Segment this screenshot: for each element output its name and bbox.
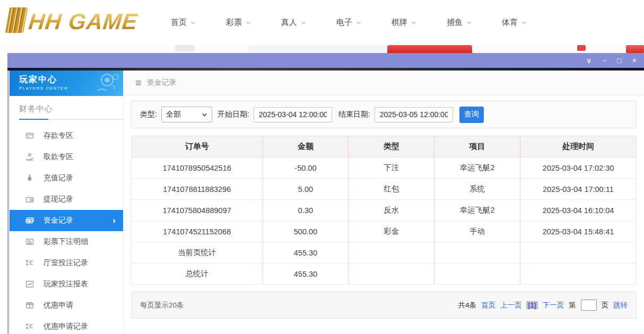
sidebar-item-recharge-records[interactable]: 充值记录	[10, 168, 123, 189]
sidebar-item-label: 充值记录	[43, 173, 73, 183]
jump-suffix-label: 页	[602, 301, 609, 310]
nav-item-label: 棋牌	[391, 17, 407, 28]
table-cell: 2025-03-04 15:48:41	[520, 221, 637, 242]
table-cell: 1741074521152068	[132, 221, 263, 242]
background-banner-strip	[0, 45, 644, 53]
table-cell: 手动	[434, 221, 520, 242]
sidebar-item-funds-records[interactable]: 资金记录›	[10, 210, 123, 231]
nav-item-slots[interactable]: 电子	[336, 17, 362, 28]
chevron-down-icon	[521, 20, 527, 26]
banner-fragment	[577, 45, 586, 51]
maximize-icon[interactable]: □	[617, 57, 621, 64]
sidebar-section-label: 财务中心	[19, 104, 123, 114]
withdraw-hand-icon	[25, 153, 34, 161]
banner-fragment	[387, 45, 472, 53]
breadcrumb: ≡ 资金记录	[124, 71, 644, 95]
table-cell: 1741078950542516	[132, 157, 263, 179]
site-logo[interactable]: HH GAME	[7, 7, 137, 33]
nav-item-label: 体育	[502, 17, 518, 28]
table-body: 1741078950542516-50.00下注幸运飞艇22025-03-04 …	[132, 157, 637, 285]
nav-item-label: 彩票	[226, 17, 242, 28]
table-cell: 455.30	[263, 263, 349, 285]
table-row: 当前页统计455.30	[132, 242, 637, 263]
report-chart-icon	[25, 280, 34, 288]
sidebar-item-label: 厅室投注记录	[43, 258, 88, 268]
table-cell: 2025-03-04 17:00:11	[520, 179, 637, 200]
type-select[interactable]: 全部	[161, 107, 212, 122]
table-cell: 下注	[349, 157, 434, 179]
banner-fragment	[175, 45, 194, 51]
search-button[interactable]: 查询	[459, 107, 484, 123]
column-header: 订单号	[132, 136, 263, 157]
close-icon[interactable]: ×	[632, 57, 637, 64]
nav-item-chess[interactable]: 棋牌	[391, 17, 417, 28]
pagination-bar: 每页显示20条 共4条 首页 上一页 [1] 下一页 第 页 跳转	[131, 292, 637, 319]
bank-card-icon	[25, 131, 34, 140]
doc-list-icon	[25, 238, 34, 246]
chevron-down-icon	[355, 20, 362, 26]
page-number-input[interactable]	[581, 300, 597, 311]
list-icon	[25, 322, 34, 331]
sidebar-item-hall-bet-records[interactable]: 厅室投注记录	[10, 252, 123, 274]
sidebar-divider	[19, 119, 123, 120]
nav-item-label: 电子	[336, 17, 352, 28]
end-date-input[interactable]	[375, 107, 453, 122]
type-label: 类型:	[140, 110, 157, 119]
table-cell	[520, 263, 637, 285]
jump-button[interactable]: 跳转	[613, 301, 628, 310]
chevron-down-icon	[466, 20, 472, 26]
hamburger-icon[interactable]: ≡	[135, 77, 142, 88]
sidebar-item-label: 优惠申请	[43, 301, 73, 310]
filter-bar: 类型: 全部 开始日期: 结束日期: 查询	[131, 101, 637, 128]
nav-item-home[interactable]: 首页	[171, 17, 196, 28]
table-row: 17410788118832965.00红包系统2025-03-04 17:00…	[132, 179, 637, 200]
sidebar-menu: 存款专区取款专区充值记录提现记录资金记录›彩票下注明细厅室投注记录玩家投注报表优…	[10, 125, 123, 334]
table-cell: 幸运飞艇2	[434, 157, 520, 179]
collapse-icon[interactable]: ∨	[586, 57, 591, 64]
sidebar-item-withdraw-zone[interactable]: 取款专区	[10, 146, 123, 168]
sidebar-item-label: 资金记录	[43, 216, 73, 225]
table-cell: 红包	[349, 179, 434, 200]
funds-table: 订单号金额类型项目处理时间 1741078950542516-50.00下注幸运…	[131, 136, 637, 285]
nav-item-fishing[interactable]: 捕鱼	[447, 17, 472, 28]
table-cell: 1741078811883296	[132, 179, 263, 200]
sidebar-item-deposit-zone[interactable]: 存款专区	[10, 125, 123, 146]
next-page-link[interactable]: 下一页	[543, 301, 564, 310]
table-cell: 彩金	[349, 221, 434, 242]
sidebar-item-player-bet-report[interactable]: 玩家投注报表	[10, 274, 123, 295]
funds-table-wrap: 订单号金额类型项目处理时间 1741078950542516-50.00下注幸运…	[131, 136, 637, 285]
gift-icon	[25, 301, 34, 310]
sidebar-section: 财务中心	[10, 96, 123, 120]
site-header: HH GAME 首页彩票真人电子棋牌捕鱼体育	[0, 0, 644, 45]
banknote-icon	[25, 216, 34, 225]
sidebar-item-withdrawal-records[interactable]: 提现记录	[10, 189, 123, 210]
sidebar-item-promo-apply[interactable]: 优惠申请	[10, 295, 123, 316]
nav-item-sports[interactable]: 体育	[502, 17, 527, 28]
table-cell: 总统计	[132, 263, 263, 285]
table-cell: 0.30	[263, 200, 349, 221]
main-content: ≡ 资金记录 类型: 全部 开始日期: 结束日期: 查询	[124, 71, 644, 334]
table-row: 17410758048890970.30反水幸运飞艇22025-03-04 16…	[132, 200, 637, 221]
first-page-link[interactable]: 首页	[481, 301, 495, 310]
nav-item-label: 真人	[281, 17, 297, 28]
table-row: 总统计455.30	[132, 263, 637, 285]
sidebar-item-label: 取款专区	[43, 152, 73, 162]
table-row: 1741078950542516-50.00下注幸运飞艇22025-03-04 …	[132, 157, 637, 179]
logo-text: HH GAME	[28, 11, 139, 33]
prev-page-link[interactable]: 上一页	[500, 301, 522, 310]
column-header: 处理时间	[520, 136, 637, 157]
sidebar-item-label: 彩票下注明细	[43, 237, 88, 247]
sidebar-item-lottery-bet-details[interactable]: 彩票下注明细	[10, 231, 123, 252]
start-date-input[interactable]	[254, 107, 332, 122]
chevron-down-icon	[202, 112, 207, 118]
start-date-label: 开始日期:	[217, 110, 249, 119]
table-header-row: 订单号金额类型项目处理时间	[132, 136, 637, 157]
sidebar-item-promo-apply-records[interactable]: 优惠申请记录	[10, 316, 123, 334]
total-count-label: 共4条	[458, 301, 476, 310]
banner-fragment	[626, 45, 644, 53]
nav-item-label: 捕鱼	[447, 17, 463, 28]
minimize-icon[interactable]: −	[602, 57, 606, 64]
sidebar-item-label: 提现记录	[43, 195, 73, 204]
nav-item-lottery[interactable]: 彩票	[226, 17, 251, 28]
nav-item-live[interactable]: 真人	[281, 17, 307, 28]
